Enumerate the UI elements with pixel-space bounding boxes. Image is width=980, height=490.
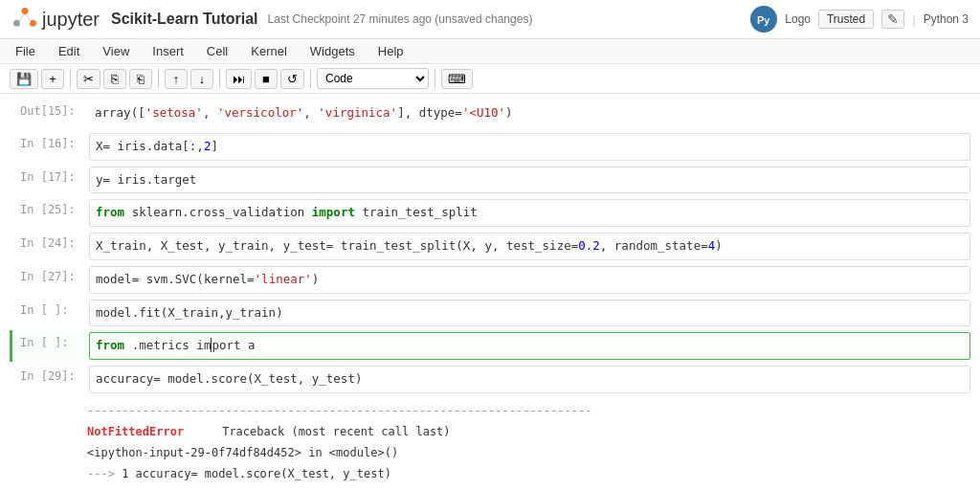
- menu-kernel[interactable]: Kernel: [247, 42, 291, 60]
- cell-in27[interactable]: In [27]: model= svm.SVC(kernel='linear'): [10, 264, 970, 296]
- traceback-label: Traceback (most recent call last): [222, 423, 450, 440]
- error-name-row: NotFittedError Traceback (most recent ca…: [87, 421, 451, 442]
- cell-in25-content[interactable]: from sklearn.cross_validation import tra…: [89, 199, 970, 227]
- cell-in16-content[interactable]: X= iris.data[:,2]: [89, 133, 970, 161]
- error-name: NotFittedError: [87, 423, 184, 440]
- cut-button[interactable]: ✂: [77, 69, 100, 89]
- menu-view[interactable]: View: [99, 42, 133, 60]
- cell-in16-label: In [16]:: [12, 133, 89, 154]
- cell-in17[interactable]: In [17]: y= iris.target: [10, 165, 970, 196]
- notebook: Out[15]: array(['setosa', 'versicolor', …: [0, 94, 980, 490]
- cell-in29-content[interactable]: accuracy= model.score(X_test, y_test): [89, 366, 970, 393]
- menu-edit[interactable]: Edit: [55, 42, 83, 60]
- cell-out15: Out[15]: array(['setosa', 'versicolor', …: [10, 98, 970, 129]
- menu-cell[interactable]: Cell: [203, 42, 232, 60]
- menu-file[interactable]: File: [11, 42, 39, 60]
- svg-text:Py: Py: [757, 14, 770, 26]
- cell-in24-content[interactable]: X_train, X_test, y_train, y_test= train_…: [89, 233, 970, 260]
- move-down-button[interactable]: ↓: [190, 69, 213, 89]
- menu-insert[interactable]: Insert: [148, 42, 188, 60]
- toolbar-separator-4: [310, 69, 311, 88]
- cell-out15-content: array(['setosa', 'versicolor', 'virginic…: [89, 100, 970, 126]
- toolbar-separator-1: [70, 69, 71, 88]
- cell-in-empty1-label: In [ ]:: [12, 300, 89, 321]
- interrupt-button[interactable]: ■: [255, 69, 278, 89]
- cell-in-active-label: In [ ]:: [12, 332, 89, 353]
- cell-in17-label: In [17]:: [12, 167, 89, 188]
- run-next-button[interactable]: ⏭: [226, 69, 252, 89]
- menu-help[interactable]: Help: [374, 42, 408, 60]
- edit-notebook-icon[interactable]: ✎: [881, 10, 904, 29]
- cell-in24-label: In [24]:: [12, 233, 89, 254]
- error-dashes: ----------------------------------------…: [87, 400, 591, 421]
- app-name: jupyter: [42, 9, 100, 31]
- checkpoint-info: Last Checkpoint 27 minutes ago (unsaved …: [268, 12, 533, 26]
- toolbar-separator-2: [158, 69, 159, 88]
- cell-error-output: ----------------------------------------…: [84, 397, 970, 487]
- restart-button[interactable]: ↺: [280, 69, 304, 89]
- cell-in16[interactable]: In [16]: X= iris.data[:,2]: [10, 131, 970, 163]
- kernel-info: Python 3: [924, 12, 969, 26]
- error-hint: ---> 1 accuracy= model.score(X_test, y_t…: [87, 463, 391, 484]
- python-logo-icon: Py: [750, 6, 777, 33]
- header: jupyter Scikit-Learn Tutorial Last Check…: [0, 0, 980, 39]
- trusted-button[interactable]: Trusted: [818, 10, 874, 29]
- separator: |: [912, 12, 915, 27]
- menu-widgets[interactable]: Widgets: [306, 42, 359, 60]
- jupyter-logo-icon: [11, 6, 38, 33]
- cell-in-empty1[interactable]: In [ ]: model.fit(X_train,y_train): [10, 298, 970, 329]
- header-right: Py Logo Trusted ✎ | Python 3: [750, 6, 969, 33]
- save-button[interactable]: 💾: [10, 69, 38, 89]
- cell-in17-content[interactable]: y= iris.target: [89, 167, 970, 194]
- error-location: <ipython-input-29-0f74df84d452> in <modu…: [87, 442, 398, 463]
- cell-in-active-content[interactable]: from .metrics import a: [89, 332, 970, 360]
- toolbar: 💾 + ✂ ⎘ ⎗ ↑ ↓ ⏭ ■ ↺ Code Markdown Raw NB…: [0, 64, 980, 94]
- jupyter-logo: jupyter: [11, 6, 100, 33]
- cell-in27-label: In [27]:: [12, 266, 89, 287]
- cell-out15-label: Out[15]:: [12, 100, 89, 122]
- move-up-button[interactable]: ↑: [165, 69, 188, 89]
- cell-in27-content[interactable]: model= svm.SVC(kernel='linear'): [89, 266, 970, 294]
- cell-in-active[interactable]: In [ ]: from .metrics import a: [10, 330, 970, 362]
- keyboard-shortcuts-button[interactable]: ⌨: [441, 69, 473, 89]
- menubar: File Edit View Insert Cell Kernel Widget…: [0, 39, 980, 64]
- svg-point-0: [22, 8, 29, 14]
- svg-point-2: [13, 20, 20, 27]
- copy-button[interactable]: ⎘: [103, 69, 126, 89]
- cell-in-empty1-content[interactable]: model.fit(X_train,y_train): [89, 300, 970, 327]
- svg-point-1: [30, 20, 36, 27]
- logo-label: Logo: [785, 12, 811, 26]
- cell-in29-label: In [29]:: [12, 366, 89, 387]
- add-cell-button[interactable]: +: [41, 69, 64, 89]
- cell-in25-label: In [25]:: [12, 199, 89, 220]
- paste-button[interactable]: ⎗: [129, 69, 152, 89]
- cell-type-select[interactable]: Code Markdown Raw NBConvert Heading: [317, 68, 429, 89]
- cell-in25[interactable]: In [25]: from sklearn.cross_validation i…: [10, 197, 970, 229]
- toolbar-separator-3: [219, 69, 220, 88]
- toolbar-separator-5: [434, 69, 435, 88]
- notebook-title[interactable]: Scikit-Learn Tutorial: [111, 11, 258, 28]
- cell-in29[interactable]: In [29]: accuracy= model.score(X_test, y…: [10, 364, 970, 395]
- cell-in24[interactable]: In [24]: X_train, X_test, y_train, y_tes…: [10, 231, 970, 262]
